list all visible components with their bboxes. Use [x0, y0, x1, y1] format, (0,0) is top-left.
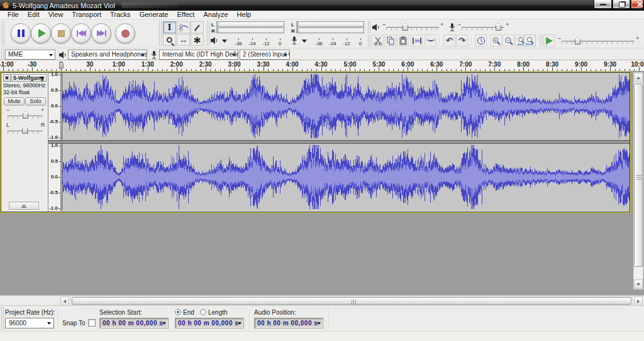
toolbar-grip[interactable] — [368, 35, 370, 46]
record-meter-bar-r[interactable] — [296, 28, 364, 33]
toolbar-grip[interactable] — [368, 21, 370, 33]
toolbar-dock: I ↔ ∗ L R — [0, 19, 644, 60]
vertical-scrollbar[interactable] — [633, 72, 643, 290]
timeline-ruler[interactable]: -1:00-300301:001:302:002:303:003:304:004… — [0, 60, 644, 72]
mixer-toolbar: – + – + — [367, 20, 530, 34]
copy-button[interactable] — [384, 35, 396, 46]
toolbar-grip[interactable] — [1, 307, 4, 330]
pan-slider-left: L — [6, 122, 9, 128]
paste-button[interactable] — [397, 35, 409, 46]
fit-project-button[interactable] — [524, 35, 536, 46]
output-volume-slider[interactable] — [386, 27, 439, 28]
toolbar-grip[interactable] — [2, 21, 4, 46]
stop-button[interactable] — [51, 23, 71, 43]
menu-view[interactable]: View — [44, 11, 68, 19]
sync-lock-button[interactable] — [475, 35, 487, 46]
selection-end-field[interactable]: 00 h 00 m 00,000 s — [175, 318, 244, 328]
selection-tool-button[interactable]: I — [163, 21, 176, 33]
microphone-icon — [290, 36, 299, 45]
gain-thumb[interactable] — [23, 111, 28, 119]
record-meter-bar-l[interactable] — [296, 21, 364, 27]
pan-thumb[interactable] — [22, 126, 28, 134]
recording-channels-select[interactable]: 2 (Stereo) Input C — [240, 50, 290, 60]
zoom-in-button[interactable] — [490, 35, 502, 46]
status-bar — [0, 331, 644, 341]
audio-position-field[interactable]: 00 h 00 m 00,000 s — [254, 318, 323, 328]
record-button[interactable] — [115, 23, 135, 43]
project-rate-select[interactable]: 96000 — [5, 318, 54, 328]
draw-tool-button[interactable] — [191, 21, 204, 33]
menu-edit[interactable]: Edit — [23, 11, 44, 19]
output-volume-thumb[interactable] — [402, 23, 408, 31]
trim-audio-button[interactable] — [411, 35, 423, 46]
cut-button[interactable] — [372, 35, 384, 46]
selection-start-field[interactable]: 00 h 00 m 00,000 s — [99, 318, 169, 328]
menu-analyze[interactable]: Analyze — [199, 11, 232, 19]
pause-button[interactable] — [11, 23, 31, 43]
play-at-speed-button[interactable] — [543, 35, 555, 46]
scroll-up-button[interactable] — [634, 73, 643, 82]
vertical-scale-right[interactable]: 1.00.50.0-0.5-1.0 — [48, 144, 61, 211]
play-button[interactable] — [31, 23, 51, 43]
arrow-right-icon — [637, 300, 640, 303]
skip-start-button[interactable] — [71, 23, 91, 43]
close-button[interactable] — [631, 0, 643, 9]
menu-transport[interactable]: Transport — [67, 11, 106, 19]
minimize-button[interactable] — [594, 0, 612, 9]
toolbar-grip[interactable] — [540, 35, 542, 46]
playback-speed-thumb[interactable] — [575, 37, 580, 45]
output-slider-max: + — [440, 21, 443, 28]
skip-end-button[interactable] — [91, 23, 111, 43]
menu-tracks[interactable]: Tracks — [106, 11, 135, 19]
audacity-app-icon — [3, 2, 9, 9]
multi-tool-button[interactable]: ∗ — [191, 34, 204, 46]
menu-file[interactable]: File — [3, 11, 23, 19]
meter-scale-label: -24 — [248, 41, 256, 46]
horizontal-scroll-thumb[interactable] — [72, 297, 631, 305]
scroll-left-button[interactable] — [60, 296, 69, 306]
silence-audio-button[interactable] — [425, 35, 436, 46]
ruler-label: 5:30 — [372, 61, 385, 68]
zoom-out-button[interactable] — [502, 35, 514, 46]
mute-button[interactable]: Mute — [4, 97, 25, 106]
length-radio[interactable] — [200, 309, 206, 315]
horizontal-scrollbar[interactable] — [0, 295, 644, 305]
ruler-label: 2:00 — [170, 61, 183, 68]
vertical-scale-left[interactable]: 1.00.50.0-0.5-1.0 — [48, 73, 61, 140]
envelope-tool-button[interactable] — [177, 21, 190, 33]
menu-effect[interactable]: Effect — [173, 11, 199, 19]
recording-device-select[interactable]: Internal Mic (IDT High Definiti — [159, 50, 238, 60]
vertical-scroll-thumb[interactable] — [634, 84, 643, 267]
record-meter-dropdown[interactable] — [300, 38, 308, 44]
restore-button[interactable] — [613, 0, 630, 9]
toolbar-grip[interactable] — [159, 21, 162, 46]
redo-button[interactable]: ↷ — [456, 35, 468, 46]
play-meter-bar-r[interactable] — [216, 28, 284, 33]
track-name-menu[interactable]: 5-Wolfgang — [11, 74, 47, 82]
track-close-button[interactable] — [3, 74, 11, 82]
playhead-pin[interactable] — [59, 62, 64, 69]
time-shift-tool-button[interactable]: ↔ — [177, 34, 190, 46]
selection-tool-icon: I — [167, 23, 171, 32]
menu-help[interactable]: Help — [233, 11, 256, 19]
snap-to-checkbox[interactable] — [88, 319, 96, 327]
menu-generate[interactable]: Generate — [135, 11, 173, 19]
waveform-right[interactable] — [62, 144, 630, 211]
solo-button[interactable]: Solo — [25, 97, 46, 106]
end-radio[interactable] — [175, 309, 181, 315]
undo-button[interactable]: ↶ — [443, 35, 455, 46]
toolbar-grip[interactable] — [1, 50, 4, 59]
play-meter-dropdown[interactable] — [220, 38, 228, 44]
zoom-tool-button[interactable] — [163, 34, 176, 46]
track-collapse-button[interactable] — [9, 202, 39, 210]
play-meter-bar-l[interactable] — [216, 21, 284, 27]
toolbar-grip[interactable] — [207, 21, 209, 46]
waveform-left[interactable] — [62, 73, 630, 140]
input-volume-thumb[interactable] — [496, 23, 501, 31]
playback-device-select[interactable]: Speakers and Headphones (ID — [68, 50, 147, 60]
scroll-down-button[interactable] — [634, 279, 643, 289]
audio-host-select[interactable]: MME — [5, 50, 55, 60]
scroll-right-button[interactable] — [634, 296, 643, 306]
playback-speed-slider[interactable] — [562, 41, 635, 41]
vertical-scale-label: 0.5 — [51, 87, 58, 93]
